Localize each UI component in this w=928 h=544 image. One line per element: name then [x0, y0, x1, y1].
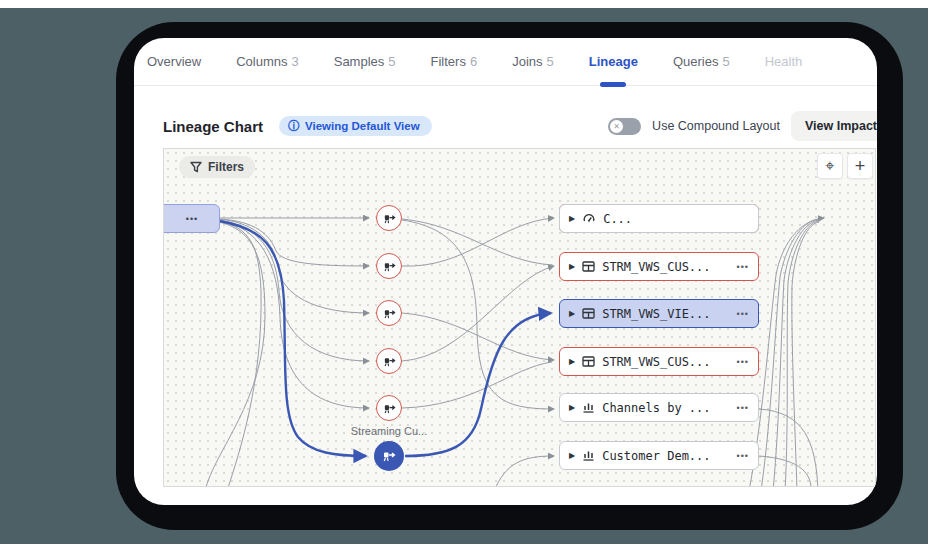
tab-label: Overview	[147, 54, 201, 69]
filters-button[interactable]: Filters	[179, 156, 255, 178]
stream-node[interactable]	[376, 300, 402, 326]
tab-samples[interactable]: Samples5	[334, 38, 396, 86]
table-icon	[582, 307, 595, 320]
tab-health[interactable]: Health	[765, 38, 803, 86]
funnel-icon	[190, 161, 202, 173]
lineage-chart-header: Lineage Chart ⓘ Viewing Default View ✕ U…	[134, 110, 877, 142]
info-icon: ⓘ	[288, 120, 300, 132]
compound-layout-toggle[interactable]: ✕	[608, 118, 641, 135]
tab-count: 5	[388, 54, 395, 69]
filters-label: Filters	[208, 160, 244, 174]
gauge-icon	[582, 212, 596, 226]
stream-icon	[383, 260, 396, 273]
stream-icon	[383, 402, 396, 415]
tab-label: Samples	[334, 54, 385, 69]
tab-columns[interactable]: Columns3	[236, 38, 299, 86]
tab-lineage[interactable]: Lineage	[589, 38, 638, 86]
stream-icon	[383, 212, 396, 225]
page-title: Lineage Chart	[163, 118, 263, 135]
expand-caret-icon[interactable]: ▶	[569, 309, 575, 318]
stream-icon	[383, 355, 396, 368]
node-menu-dots[interactable]: •••	[737, 451, 749, 461]
expand-caret-icon[interactable]: ▶	[569, 451, 575, 460]
dashboard-node[interactable]: ▶ C...	[559, 204, 759, 233]
source-table-node[interactable]: •••	[163, 204, 220, 233]
app-window: Overview Columns3 Samples5 Filters6 Join…	[134, 38, 877, 505]
table-node-selected[interactable]: ▶ STRM_VWS_VIE... •••	[559, 299, 759, 328]
lineage-canvas[interactable]: Filters ⌖ + ••• Streaming Cu... ▶	[163, 148, 876, 487]
expand-caret-icon[interactable]: ▶	[569, 357, 575, 366]
tab-queries[interactable]: Queries5	[673, 38, 730, 86]
stream-node[interactable]	[376, 205, 402, 231]
compound-layout-label: Use Compound Layout	[652, 119, 780, 133]
node-menu-dots[interactable]: •••	[737, 403, 749, 413]
node-menu-dots[interactable]: •••	[737, 262, 749, 272]
bar-chart-icon	[582, 401, 595, 414]
zoom-in-button[interactable]: +	[847, 153, 873, 179]
tab-count: 6	[470, 54, 477, 69]
locate-button[interactable]: ⌖	[817, 153, 843, 179]
node-menu-dots[interactable]: •••	[737, 357, 749, 367]
streaming-node-label: Streaming Cu...	[324, 425, 454, 437]
expand-caret-icon[interactable]: ▶	[569, 262, 575, 271]
view-impact-button[interactable]: View Impact	[791, 111, 877, 141]
node-menu-dots[interactable]: •••	[737, 309, 749, 319]
tab-label: Joins	[512, 54, 542, 69]
table-node[interactable]: ▶ STRM_VWS_CUS... •••	[559, 252, 759, 281]
expand-caret-icon[interactable]: ▶	[569, 214, 575, 223]
stream-icon	[383, 307, 396, 320]
bar-chart-icon	[582, 449, 595, 462]
locate-icon: ⌖	[825, 157, 834, 175]
toggle-knob-x-icon: ✕	[610, 120, 623, 133]
node-label: STRM_VWS_VIE...	[602, 307, 729, 321]
node-menu-dots[interactable]: •••	[172, 214, 198, 224]
tab-count: 5	[547, 54, 554, 69]
tab-overview[interactable]: Overview	[147, 38, 201, 86]
stream-node[interactable]	[376, 395, 402, 421]
tab-filters[interactable]: Filters6	[431, 38, 478, 86]
stream-node[interactable]	[376, 253, 402, 279]
table-icon	[582, 355, 595, 368]
node-label: Channels by ...	[602, 401, 729, 415]
tab-label: Health	[765, 54, 803, 69]
tab-joins[interactable]: Joins5	[512, 38, 554, 86]
chart-node[interactable]: ▶ Channels by ... •••	[559, 393, 759, 422]
node-label: STRM_VWS_CUS...	[602, 355, 729, 369]
table-node[interactable]: ▶ STRM_VWS_CUS... •••	[559, 347, 759, 376]
viewing-default-view-badge[interactable]: ⓘ Viewing Default View	[279, 116, 432, 136]
stream-node[interactable]	[376, 348, 402, 374]
chart-node[interactable]: ▶ Customer Dem... •••	[559, 441, 759, 470]
table-icon	[582, 260, 595, 273]
node-label: STRM_VWS_CUS...	[602, 260, 729, 274]
tab-label: Filters	[431, 54, 466, 69]
node-label: Customer Dem...	[602, 449, 729, 463]
header-actions: ✕ Use Compound Layout View Impact	[608, 110, 877, 142]
tab-bar: Overview Columns3 Samples5 Filters6 Join…	[134, 38, 877, 86]
tab-count: 3	[291, 54, 298, 69]
badge-label: Viewing Default View	[305, 120, 420, 132]
lineage-edges	[164, 149, 876, 487]
node-label: C...	[603, 212, 749, 226]
tab-label: Columns	[236, 54, 287, 69]
tab-label: Lineage	[589, 54, 638, 69]
tab-count: 5	[722, 54, 729, 69]
tab-label: Queries	[673, 54, 719, 69]
expand-caret-icon[interactable]: ▶	[569, 403, 575, 412]
stream-icon	[382, 449, 396, 463]
plus-icon: +	[855, 156, 866, 177]
stream-node-selected[interactable]	[374, 441, 404, 471]
active-tab-underline	[600, 82, 626, 87]
